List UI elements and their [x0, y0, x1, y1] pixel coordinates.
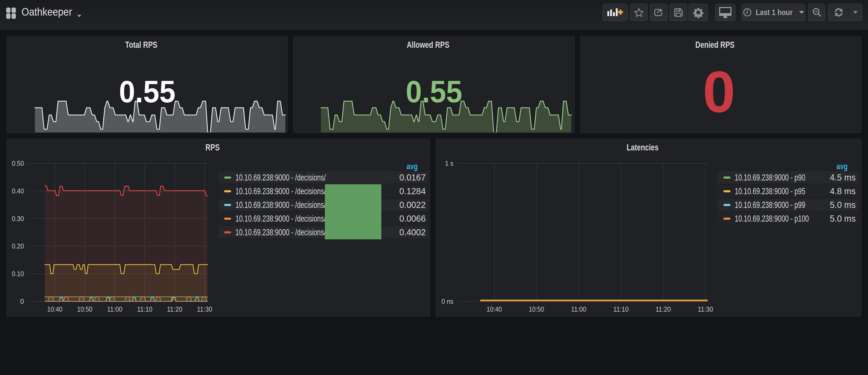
svg-text:0.20: 0.20 [12, 242, 24, 250]
svg-text:10:40: 10:40 [487, 305, 502, 313]
svg-text:11:00: 11:00 [571, 305, 586, 313]
svg-text:0.40: 0.40 [12, 187, 24, 195]
svg-text:11:30: 11:30 [197, 305, 212, 313]
svg-text:11:30: 11:30 [698, 305, 713, 313]
svg-text:10:40: 10:40 [47, 305, 63, 313]
svg-text:0.50: 0.50 [12, 159, 24, 167]
svg-text:1 s: 1 s [445, 159, 453, 167]
svg-text:11:00: 11:00 [107, 305, 123, 313]
svg-text:11:20: 11:20 [655, 305, 671, 313]
svg-text:0.30: 0.30 [12, 215, 24, 223]
svg-text:11:10: 11:10 [137, 305, 152, 313]
svg-text:0 ns: 0 ns [441, 298, 453, 306]
svg-text:11:20: 11:20 [167, 305, 183, 313]
svg-text:10:50: 10:50 [529, 305, 544, 313]
svg-text:11:10: 11:10 [613, 305, 628, 313]
svg-text:10:50: 10:50 [77, 305, 92, 313]
svg-text:0.10: 0.10 [12, 270, 24, 278]
svg-text:0: 0 [20, 298, 24, 306]
